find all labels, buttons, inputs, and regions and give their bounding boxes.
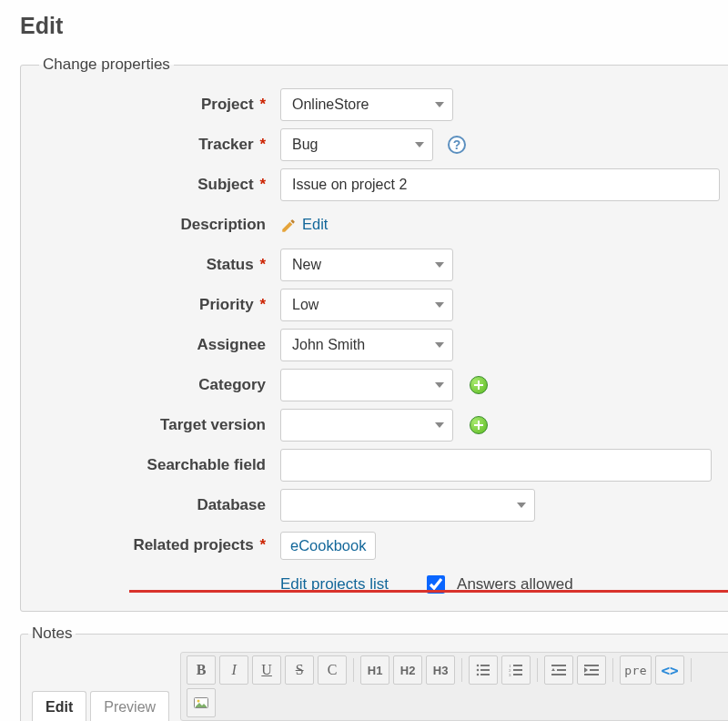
related-project-tag[interactable]: eCookbook [280, 532, 376, 560]
status-select[interactable]: New [280, 249, 453, 281]
assignee-select[interactable]: John Smith [280, 329, 453, 361]
label-priority: Priority * [39, 296, 271, 314]
bold-button[interactable]: B [187, 655, 216, 685]
change-properties-fieldset: Change properties Project * OnlineStore … [20, 56, 728, 612]
toolbar-separator [353, 658, 354, 682]
label-searchable: Searchable field [39, 456, 271, 474]
required-mark: * [259, 96, 266, 113]
database-select[interactable] [280, 489, 535, 522]
svg-rect-19 [584, 674, 599, 675]
pencil-icon [280, 218, 297, 234]
ordered-list-button[interactable]: 123 [501, 655, 531, 685]
row-tracker: Tracker * Bug ? [39, 125, 720, 165]
svg-marker-13 [551, 668, 555, 671]
tab-edit[interactable]: Edit [32, 691, 86, 721]
required-mark: * [259, 296, 266, 313]
h2-button[interactable]: H2 [393, 655, 422, 685]
row-searchable: Searchable field [39, 445, 720, 485]
svg-rect-11 [513, 674, 522, 675]
outdent-button[interactable] [544, 655, 573, 685]
notes-legend: Notes [28, 625, 76, 643]
required-mark: * [259, 136, 266, 153]
priority-select[interactable]: Low [280, 289, 453, 321]
svg-point-2 [477, 669, 480, 672]
toolbar-separator [612, 658, 613, 682]
required-mark: * [259, 536, 266, 553]
row-priority: Priority * Low [39, 285, 720, 325]
toolbar-separator [461, 658, 462, 682]
description-edit-link[interactable]: Edit [280, 216, 328, 234]
project-select[interactable]: OnlineStore [280, 88, 453, 121]
preformatted-button[interactable]: pre [620, 655, 652, 685]
h1-button[interactable]: H1 [360, 655, 389, 685]
label-tracker: Tracker * [39, 136, 271, 154]
label-assignee: Assignee [39, 336, 271, 354]
chevron-down-icon [435, 342, 444, 348]
svg-rect-15 [551, 674, 566, 675]
row-status: Status * New [39, 245, 720, 285]
chevron-down-icon [435, 302, 444, 308]
chevron-down-icon [435, 422, 444, 428]
inline-code-button[interactable]: C [318, 655, 347, 685]
toolbar-separator [537, 658, 538, 682]
row-target-version: Target version [39, 405, 720, 445]
image-button[interactable] [187, 688, 216, 717]
row-related-projects: Related projects * eCookbook [39, 525, 720, 565]
h3-button[interactable]: H3 [426, 655, 455, 685]
chevron-down-icon [415, 142, 424, 147]
label-category: Category [39, 376, 271, 394]
help-icon[interactable]: ? [448, 136, 466, 154]
chevron-down-icon [435, 382, 444, 388]
svg-rect-18 [590, 669, 599, 671]
label-related-projects: Related projects * [39, 536, 271, 554]
subject-input[interactable] [280, 168, 720, 201]
svg-text:3: 3 [509, 673, 511, 677]
required-mark: * [259, 256, 266, 273]
code-button[interactable]: <> [655, 655, 684, 685]
target-version-select[interactable] [280, 409, 453, 442]
required-mark: * [259, 176, 266, 193]
svg-rect-12 [551, 665, 566, 666]
chevron-down-icon [517, 503, 526, 508]
svg-marker-17 [584, 667, 588, 673]
row-subject: Subject * [39, 165, 720, 205]
strike-button[interactable]: S [285, 655, 314, 685]
label-project: Project * [39, 96, 271, 114]
label-description: Description [39, 216, 271, 234]
svg-rect-7 [513, 665, 522, 666]
row-category: Category [39, 365, 720, 405]
row-description: Description Edit [39, 205, 720, 245]
svg-rect-3 [480, 669, 490, 671]
svg-rect-16 [584, 665, 599, 666]
svg-point-21 [197, 700, 200, 703]
label-target-version: Target version [39, 416, 271, 434]
row-project: Project * OnlineStore [39, 85, 720, 125]
svg-rect-5 [480, 674, 490, 675]
category-select[interactable] [280, 369, 453, 401]
unordered-list-button[interactable] [469, 655, 498, 685]
row-assignee: Assignee John Smith [39, 325, 720, 365]
indent-button[interactable] [577, 655, 606, 685]
svg-rect-14 [557, 669, 566, 671]
svg-point-4 [477, 674, 480, 676]
change-properties-legend: Change properties [39, 56, 174, 74]
underline-button[interactable]: U [252, 655, 281, 685]
svg-rect-9 [513, 669, 522, 671]
notes-tabs: Edit Preview [32, 689, 173, 721]
svg-point-0 [477, 665, 480, 667]
add-version-button[interactable] [470, 416, 488, 434]
chevron-down-icon [435, 262, 444, 268]
searchable-input[interactable] [280, 449, 712, 482]
svg-rect-1 [480, 665, 490, 666]
wysiwyg-toolbar: B I U S C H1 H2 H3 123 pre [180, 652, 728, 721]
tracker-select[interactable]: Bug [280, 128, 433, 161]
toolbar-separator [691, 658, 692, 682]
add-category-button[interactable] [470, 376, 488, 394]
label-status: Status * [39, 256, 271, 274]
notes-fieldset: Notes Edit Preview B I U S C H1 H2 H3 12… [20, 625, 728, 721]
row-options: Edit projects list Answers allowed [39, 573, 720, 596]
tab-preview[interactable]: Preview [90, 691, 169, 721]
italic-button[interactable]: I [219, 655, 248, 685]
notes-toolbar-row: Edit Preview B I U S C H1 H2 H3 123 [28, 648, 728, 721]
label-database: Database [39, 496, 271, 514]
